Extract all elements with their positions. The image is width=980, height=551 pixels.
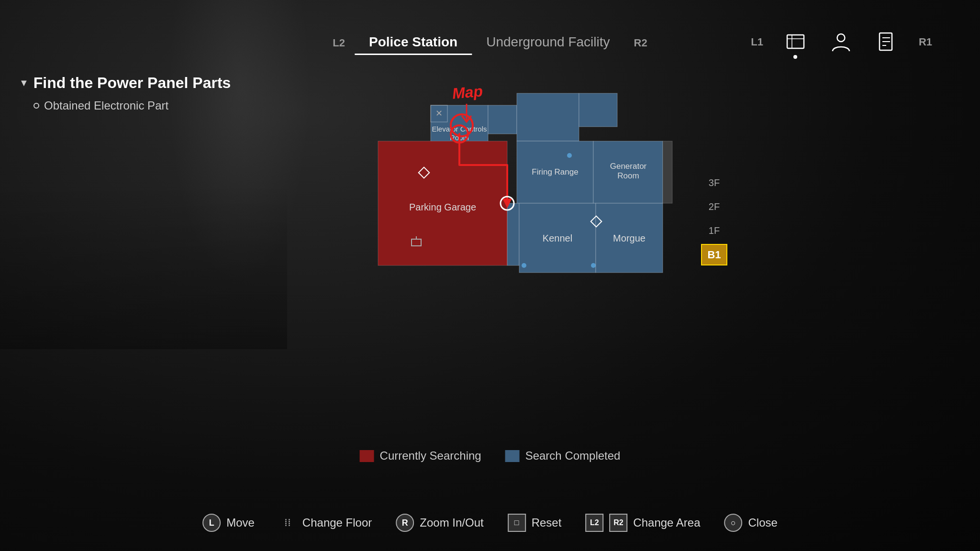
control-close: ○ Close xyxy=(724,514,777,532)
control-change-area: L2 R2 Change Area xyxy=(585,514,700,532)
svg-rect-10 xyxy=(579,93,617,127)
move-label: Move xyxy=(226,516,255,529)
map-svg: Elevator Controls Room ✕ Firing Range Ge… xyxy=(359,77,694,325)
map-circle-marker xyxy=(450,113,474,137)
svg-text:Room: Room xyxy=(617,171,639,180)
objective-title: ▼ Find the Power Panel Parts xyxy=(19,74,231,92)
objective-sub-item: Obtained Electronic Part xyxy=(19,99,231,112)
svg-point-32 xyxy=(501,197,514,210)
svg-text:Generator: Generator xyxy=(610,162,647,171)
control-change-floor: ⁞⁞ Change Floor xyxy=(278,514,372,532)
floor-1f[interactable]: 1F xyxy=(701,220,727,242)
person-icon-button[interactable] xyxy=(828,29,854,55)
control-zoom: R Zoom In/Out xyxy=(396,514,483,532)
svg-rect-0 xyxy=(787,35,804,48)
reset-label: Reset xyxy=(532,516,562,529)
l2-control-button[interactable]: L2 xyxy=(585,514,603,532)
legend-searched: Search Completed xyxy=(505,449,621,463)
change-area-label: Change Area xyxy=(633,516,700,529)
legend-searching-label: Currently Searching xyxy=(380,449,481,463)
bottom-controls: L Move ⁞⁞ Change Floor R Zoom In/Out □ R… xyxy=(202,514,778,532)
legend-searching-box xyxy=(360,450,374,462)
svg-text:✕: ✕ xyxy=(435,109,443,118)
obj-circle-icon xyxy=(33,103,39,109)
tab-underground-facility[interactable]: Underground Facility xyxy=(472,31,624,55)
l1-button[interactable]: L1 xyxy=(751,36,763,48)
svg-text:Kennel: Kennel xyxy=(543,233,572,243)
svg-text:Morgue: Morgue xyxy=(613,233,646,243)
close-label: Close xyxy=(748,516,777,529)
svg-point-26 xyxy=(522,263,526,268)
l-button[interactable]: L xyxy=(202,514,221,532)
map-legend: Currently Searching Search Completed xyxy=(360,449,621,463)
map-icon-button[interactable] xyxy=(782,29,809,55)
document-icon-button[interactable] xyxy=(873,29,900,55)
svg-point-13 xyxy=(567,153,572,158)
control-move: L Move xyxy=(202,514,255,532)
legend-searched-label: Search Completed xyxy=(525,449,621,463)
map-annotation: Map xyxy=(452,84,483,101)
l2-button[interactable]: L2 xyxy=(333,37,345,49)
r1-button[interactable]: R1 xyxy=(919,36,932,48)
map-icon-dot xyxy=(793,55,797,59)
svg-text:Firing Range: Firing Range xyxy=(532,167,578,176)
circle-button[interactable]: ○ xyxy=(724,514,742,532)
legend-searched-box xyxy=(505,450,520,462)
location-tabs: L2 Police Station Underground Facility R… xyxy=(333,31,647,55)
zoom-label: Zoom In/Out xyxy=(420,516,483,529)
objective-chevron: ▼ xyxy=(19,77,29,88)
top-icons-panel: L1 R1 xyxy=(751,29,932,55)
floor-b1[interactable]: B1 xyxy=(701,244,727,265)
floor-indicator: 3F 2F 1F B1 xyxy=(701,172,727,265)
objective-sub-text: Obtained Electronic Part xyxy=(44,99,168,112)
tab-police-station[interactable]: Police Station xyxy=(355,31,472,55)
svg-rect-23 xyxy=(507,203,519,265)
svg-rect-9 xyxy=(517,93,579,141)
svg-rect-8 xyxy=(488,105,517,134)
objectives-panel: ▼ Find the Power Panel Parts Obtained El… xyxy=(19,74,231,112)
svg-text:Parking Garage: Parking Garage xyxy=(409,202,476,212)
r2-button[interactable]: R2 xyxy=(634,37,647,49)
svg-point-27 xyxy=(591,263,596,268)
objective-title-text: Find the Power Panel Parts xyxy=(33,74,231,92)
change-floor-label: Change Floor xyxy=(302,516,372,529)
control-reset: □ Reset xyxy=(508,514,562,532)
floor-3f[interactable]: 3F xyxy=(701,172,727,194)
map-text: Map xyxy=(452,82,484,102)
svg-point-1 xyxy=(837,34,845,42)
floor-2f[interactable]: 2F xyxy=(701,196,727,218)
legend-searching: Currently Searching xyxy=(360,449,481,463)
square-button[interactable]: □ xyxy=(508,514,526,532)
r-button[interactable]: R xyxy=(396,514,414,532)
r2-control-button[interactable]: R2 xyxy=(609,514,627,532)
map-container: Map Elevator Controls Room ✕ Firing Rang… xyxy=(359,77,694,325)
svg-rect-17 xyxy=(663,141,672,203)
dots-button[interactable]: ⁞⁞ xyxy=(278,514,297,532)
